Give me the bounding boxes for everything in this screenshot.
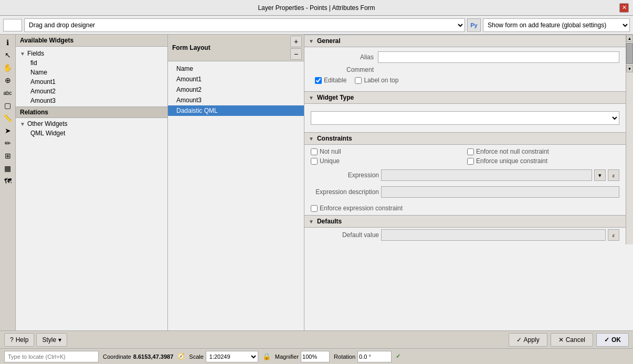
label-on-top-label: Label on top [364, 77, 398, 84]
editable-label: Editable [324, 77, 346, 84]
form-item-amount3[interactable]: Amount3 [168, 95, 304, 105]
rotation-input[interactable] [357, 351, 392, 362]
amount3-label: Amount3 [30, 97, 56, 104]
available-widgets-header: Available Widgets [16, 35, 167, 47]
default-value-edit-btn[interactable]: ε [608, 229, 619, 241]
other-widgets-arrow: ▼ [20, 121, 25, 127]
ok-icon: ✓ [604, 336, 609, 344]
expression-edit-btn[interactable]: ε [608, 169, 619, 181]
cursor-icon[interactable]: ↖ [2, 49, 14, 61]
properties-panel: ▼ General Alias Comment [304, 35, 633, 330]
info-icon[interactable]: ℹ [2, 37, 14, 48]
main-content: ℹ ↖ ✋ ⊕ abc ▢ 📏 ➤ ✏ ⊞ ▦ 🗺 Available Widg… [0, 35, 633, 330]
tree-amount3[interactable]: Amount3 [16, 96, 167, 105]
cancel-button[interactable]: ✕ Cancel [551, 333, 593, 347]
enforce-unique-label: Enforce unique constraint [467, 157, 619, 165]
widget-type-section-header: ▼ Widget Type [304, 91, 626, 104]
label-on-top-checkbox[interactable] [355, 77, 362, 84]
close-button[interactable]: ✕ [619, 3, 629, 13]
enforce-unique-checkbox[interactable] [467, 158, 474, 165]
not-null-text: Not null [320, 148, 341, 155]
help-button[interactable]: ? Help [4, 333, 34, 347]
tree-name[interactable]: Name [16, 68, 167, 77]
toolbar-search-input[interactable] [3, 19, 22, 31]
style-button[interactable]: Style ▾ [36, 333, 67, 347]
unique-checkbox[interactable] [311, 158, 318, 165]
form-layout-header: Form Layout [170, 43, 213, 52]
scroll-thumb[interactable] [626, 43, 633, 64]
add-item-button[interactable]: + [290, 36, 302, 47]
form-layout-buttons: + − [290, 36, 302, 60]
magnifier-input[interactable] [301, 351, 330, 362]
enforce-expression-text: Enforce expression constraint [320, 205, 403, 212]
style-arrow-icon: ▾ [58, 336, 61, 344]
editable-checkbox[interactable] [315, 77, 322, 84]
label-on-top-checkbox-label: Label on top [355, 77, 398, 84]
tree-other-widgets-parent[interactable]: ▼ Other Widgets [16, 119, 167, 129]
enforce-unique-text: Enforce unique constraint [476, 157, 547, 165]
coordinate-label: Coordinate [103, 354, 131, 360]
enforce-not-null-checkbox[interactable] [467, 148, 474, 155]
widget-type-props [304, 104, 626, 132]
properties-scrollable: ▼ General Alias Comment [304, 35, 633, 244]
tree-relations-section[interactable]: Relations [16, 106, 167, 118]
form-item-amount1[interactable]: Amount1 [168, 74, 304, 84]
remove-item-button[interactable]: − [290, 48, 302, 60]
cancel-label: Cancel [566, 336, 585, 344]
select-rect-icon[interactable]: ▢ [2, 100, 14, 111]
designer-dropdown[interactable]: Drag and drop designer [24, 18, 465, 32]
scale-select[interactable]: 1:20249 [206, 351, 258, 362]
arrow-icon[interactable]: ➤ [2, 125, 14, 136]
expression-description-input[interactable] [381, 186, 619, 198]
checkbox-row: Editable Label on top [311, 77, 619, 84]
tree-amount1[interactable]: Amount1 [16, 77, 167, 87]
comment-row: Comment [311, 66, 619, 73]
edit-pen-icon[interactable]: ✏ [2, 137, 14, 149]
defaults-label: Defaults [317, 218, 342, 225]
expression-dropdown-btn[interactable]: ▾ [594, 169, 606, 181]
ok-button[interactable]: ✓ OK [596, 333, 629, 347]
toolbar-row: Drag and drop designer Py Show form on a… [0, 16, 633, 35]
tree-qml-widget[interactable]: QML Widget [16, 129, 167, 138]
default-value-label: Default value [311, 231, 379, 239]
lock-icon: 🔒 [262, 352, 271, 360]
measure-icon[interactable]: 📏 [2, 112, 14, 124]
tree-fid[interactable]: fid [16, 58, 167, 68]
expression-input[interactable] [381, 169, 592, 181]
map-icon[interactable]: 🗺 [2, 175, 14, 187]
enforce-expression-checkbox[interactable] [311, 205, 318, 212]
form-item-dadaistic-qml[interactable]: Dadaistic QML [168, 105, 304, 116]
expression-description-row: Expression description [304, 185, 626, 199]
zoom-icon[interactable]: ⊕ [2, 74, 14, 86]
expression-label: Expression [311, 172, 379, 179]
pan-icon[interactable]: ✋ [2, 62, 14, 73]
apply-button[interactable]: ✓ Apply [509, 333, 547, 347]
unique-text: Unique [320, 157, 340, 165]
python-button[interactable]: Py [467, 18, 481, 32]
form-layout-panel: Form Layout + − Name Amount1 Amount2 Amo… [168, 35, 304, 330]
tree-fields-parent[interactable]: ▼ Fields [16, 49, 167, 58]
table-icon[interactable]: ▦ [2, 163, 14, 174]
magnifier-item: Magnifier [275, 351, 330, 362]
constraints-arrow: ▼ [309, 136, 314, 142]
properties-content: ▼ General Alias Comment [304, 35, 626, 244]
properties-scrollbar[interactable]: ▲ ▼ [626, 35, 633, 244]
abc-icon[interactable]: abc [2, 87, 14, 99]
not-null-checkbox[interactable] [311, 148, 318, 155]
apply-icon: ✓ [516, 336, 522, 344]
panels-container: Available Widgets ▼ Fields fid Name Amou… [16, 35, 633, 330]
locate-search-input[interactable] [4, 351, 99, 362]
scroll-down-btn[interactable]: ▼ [626, 65, 633, 72]
dialog-title: Layer Properties - Points | Attributes F… [258, 4, 375, 12]
fields-label: Fields [27, 50, 44, 57]
scroll-up-btn[interactable]: ▲ [626, 35, 633, 42]
widget-type-select[interactable] [311, 111, 619, 125]
form-item-name[interactable]: Name [168, 63, 304, 74]
layers-icon[interactable]: ⊞ [2, 150, 14, 162]
bottom-right: ✓ Apply ✕ Cancel ✓ OK [509, 333, 629, 347]
default-value-input[interactable] [381, 229, 606, 241]
tree-amount2[interactable]: Amount2 [16, 87, 167, 96]
form-item-amount2[interactable]: Amount2 [168, 84, 304, 95]
alias-input[interactable] [378, 51, 619, 63]
show-form-dropdown[interactable]: Show form on add feature (global setting… [483, 18, 630, 32]
